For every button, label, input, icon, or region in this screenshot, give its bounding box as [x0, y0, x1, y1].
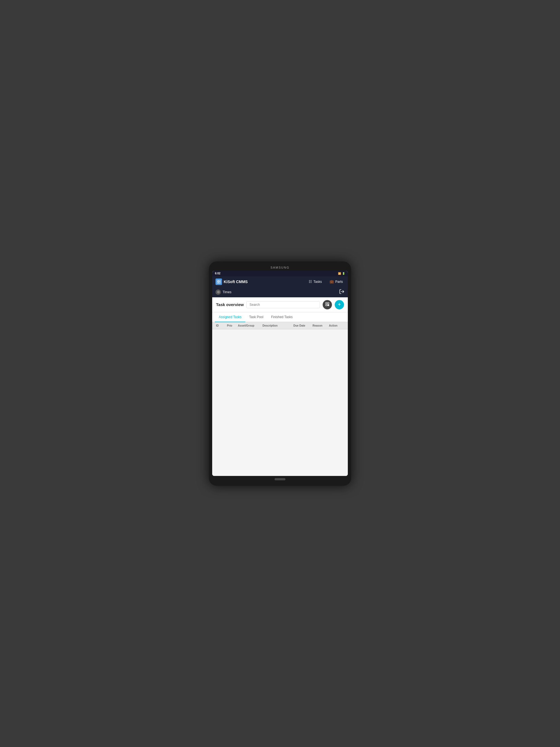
svg-rect-8: [327, 304, 328, 305]
logout-button[interactable]: [339, 289, 345, 296]
qr-scan-button[interactable]: [323, 300, 332, 309]
screen: 6:02 📶 🔋: [212, 271, 348, 476]
battery-icon: 🔋: [342, 272, 345, 275]
svg-rect-9: [328, 305, 329, 306]
svg-rect-3: [219, 282, 220, 283]
top-nav-main: KiSoft CMMS ☷ Tasks 💼 Parts: [212, 276, 348, 287]
logo-icon: [215, 279, 222, 285]
status-icons: 📶 🔋: [338, 272, 345, 275]
status-time: 6:02: [215, 272, 220, 275]
main-content: Task overview: [212, 297, 348, 476]
nav-items: ☷ Tasks 💼 Parts: [307, 279, 345, 285]
svg-rect-1: [219, 280, 220, 281]
home-button[interactable]: [274, 478, 286, 480]
col-id: ID: [216, 324, 227, 327]
top-nav: KiSoft CMMS ☷ Tasks 💼 Parts ☹: [212, 276, 348, 297]
add-icon: +: [338, 302, 341, 308]
device-frame: SAMSUNG 6:02 📶 🔋: [209, 261, 351, 486]
parts-label: Parts: [335, 280, 343, 284]
svg-rect-6: [327, 303, 329, 304]
col-prio: Prio: [227, 324, 238, 327]
table-body: [212, 329, 348, 476]
app-logo: KiSoft CMMS: [215, 279, 248, 285]
times-icon: ☹: [215, 289, 221, 295]
svg-rect-5: [326, 303, 327, 304]
svg-rect-2: [217, 282, 218, 283]
page-title: Task overview: [216, 302, 244, 307]
parts-nav-item[interactable]: 💼 Parts: [328, 279, 345, 285]
tasks-icon: ☷: [309, 280, 312, 284]
svg-rect-11: [328, 304, 329, 305]
wifi-icon: 📶: [338, 272, 341, 275]
times-nav-item[interactable]: ☹ Times: [215, 289, 231, 295]
svg-rect-0: [217, 280, 218, 281]
parts-icon: 💼: [329, 280, 334, 284]
tab-assigned-tasks[interactable]: Assigned Tasks: [215, 312, 245, 322]
svg-rect-10: [327, 305, 328, 306]
tab-task-pool[interactable]: Task Pool: [245, 312, 267, 322]
device-brand: SAMSUNG: [270, 266, 290, 269]
top-nav-secondary: ☹ Times: [212, 287, 348, 297]
col-reason: Reason: [313, 324, 329, 327]
qr-icon: [325, 302, 329, 307]
tasks-label: Tasks: [313, 280, 322, 284]
tasks-nav-item[interactable]: ☷ Tasks: [307, 279, 323, 285]
device-top-bar: SAMSUNG: [212, 265, 348, 271]
svg-rect-7: [326, 304, 327, 306]
table-header: ID Prio Asset/Group Description Due Date…: [212, 322, 348, 329]
col-due-date: Due Date: [293, 324, 313, 327]
col-description: Description: [263, 324, 293, 327]
device-bottom: [212, 476, 348, 483]
app-name: KiSoft CMMS: [224, 280, 248, 284]
tab-finished-tasks[interactable]: Finished Tasks: [267, 312, 296, 322]
col-action: Action: [329, 324, 344, 327]
add-task-button[interactable]: +: [335, 300, 344, 309]
status-bar: 6:02 📶 🔋: [212, 271, 348, 276]
times-label: Times: [222, 290, 231, 294]
col-asset-group: Asset/Group: [238, 324, 263, 327]
search-input[interactable]: [246, 301, 320, 308]
page-header: Task overview: [212, 297, 348, 312]
tabs-container: Assigned Tasks Task Pool Finished Tasks: [212, 312, 348, 322]
